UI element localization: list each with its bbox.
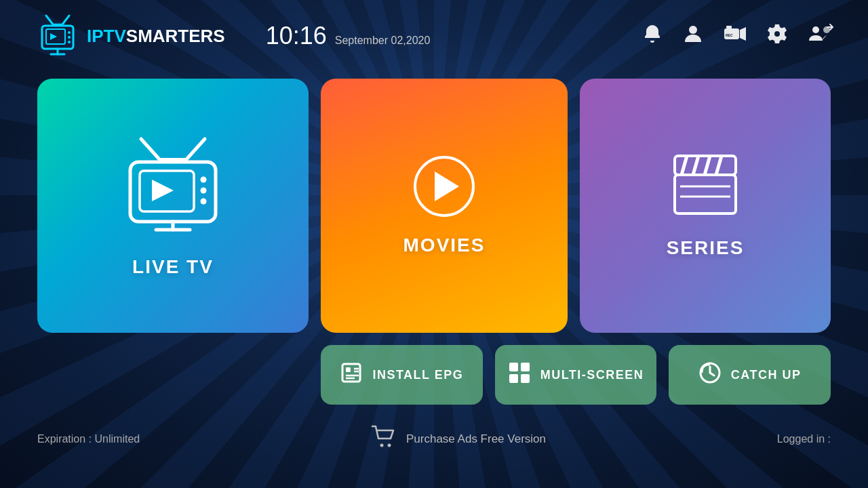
- multi-screen-label: MULTI-SCREEN: [540, 368, 644, 382]
- svg-point-16: [812, 26, 819, 33]
- current-time: 10:16: [266, 22, 327, 50]
- svg-rect-45: [509, 374, 518, 383]
- catch-up-label: CATCH UP: [731, 368, 802, 382]
- series-icon: [668, 152, 743, 220]
- svg-line-1: [62, 16, 69, 24]
- movies-play-icon: [414, 156, 475, 217]
- movies-label: MOVIES: [403, 235, 486, 256]
- install-epg-icon: [340, 361, 363, 389]
- live-tv-card[interactable]: LIVE TV: [37, 79, 309, 333]
- live-tv-icon: [115, 134, 231, 235]
- datetime: 10:16 September 02,2020: [266, 22, 431, 50]
- svg-point-8: [68, 41, 71, 43]
- logo-iptv: IPTV: [87, 26, 126, 46]
- series-label: SERIES: [667, 237, 745, 259]
- svg-marker-13: [740, 27, 746, 41]
- svg-point-11: [689, 26, 697, 34]
- svg-point-26: [201, 199, 207, 205]
- purchase-text: Purchase Ads Free Version: [406, 432, 546, 446]
- purchase-section: Purchase Ads Free Version: [140, 425, 777, 453]
- catch-up-icon: [698, 361, 722, 389]
- svg-marker-23: [152, 180, 174, 201]
- svg-line-31: [693, 156, 698, 175]
- svg-rect-14: [726, 26, 732, 28]
- svg-rect-46: [521, 374, 530, 383]
- bell-icon[interactable]: [642, 23, 663, 49]
- bottom-grid: INSTALL EPG MULTI-SCREEN: [321, 345, 831, 405]
- svg-marker-5: [50, 33, 57, 40]
- svg-rect-43: [509, 363, 518, 371]
- user-icon[interactable]: [682, 23, 704, 49]
- logo: IPTVSMARTERS: [34, 12, 225, 60]
- multi-screen-card[interactable]: MULTI-SCREEN: [495, 345, 657, 405]
- install-epg-label: INSTALL EPG: [372, 368, 463, 382]
- multi-screen-icon: [508, 361, 531, 389]
- logo-icon: [34, 12, 81, 60]
- svg-rect-44: [521, 363, 530, 371]
- expiration-text: Expiration : Unlimited: [37, 433, 140, 445]
- svg-line-33: [716, 156, 722, 175]
- svg-rect-38: [346, 367, 351, 372]
- main-content: LIVE TV MOVIES: [0, 72, 868, 411]
- header: IPTVSMARTERS 10:16 September 02,2020 REC: [0, 0, 868, 72]
- header-icons: REC: [642, 23, 834, 49]
- series-card[interactable]: SERIES: [580, 79, 831, 333]
- install-epg-card[interactable]: INSTALL EPG: [321, 345, 483, 405]
- movies-card[interactable]: MOVIES: [321, 79, 568, 333]
- svg-point-24: [201, 177, 207, 183]
- cart-icon: [371, 425, 397, 453]
- current-date: September 02,2020: [335, 35, 431, 47]
- top-grid: LIVE TV MOVIES: [37, 79, 831, 333]
- logo-smarters: SMARTERS: [126, 26, 225, 46]
- svg-line-0: [46, 16, 53, 24]
- svg-text:REC: REC: [726, 33, 733, 37]
- footer: Expiration : Unlimited Purchase Ads Free…: [0, 417, 868, 461]
- svg-line-19: [186, 139, 205, 159]
- svg-line-32: [705, 156, 710, 175]
- tv-svg: [115, 134, 231, 232]
- svg-point-49: [380, 444, 383, 447]
- switch-user-icon[interactable]: [807, 23, 834, 49]
- svg-point-6: [68, 31, 71, 34]
- svg-rect-34: [675, 175, 736, 214]
- live-tv-label: LIVE TV: [132, 256, 214, 278]
- svg-line-18: [141, 139, 159, 159]
- svg-line-30: [682, 156, 687, 175]
- svg-point-7: [68, 36, 71, 39]
- catch-up-card[interactable]: CATCH UP: [669, 345, 831, 405]
- record-icon[interactable]: REC: [723, 23, 747, 49]
- logged-in-text: Logged in :: [777, 433, 831, 445]
- settings-icon[interactable]: [766, 23, 788, 49]
- svg-point-50: [387, 444, 391, 447]
- svg-point-25: [201, 188, 207, 194]
